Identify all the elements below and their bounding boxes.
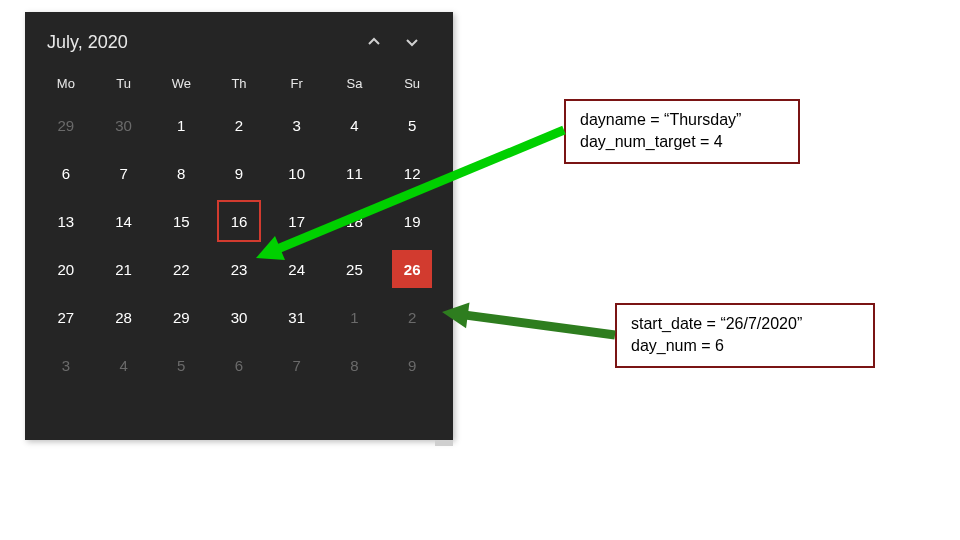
- scrollbar-hint: [435, 440, 453, 446]
- calendar-cell[interactable]: 28: [95, 293, 153, 341]
- calendar-cell[interactable]: 20: [37, 245, 95, 293]
- calendar-cell[interactable]: 26: [383, 245, 441, 293]
- calendar-dow: Th: [210, 68, 268, 101]
- calendar-day: 4: [104, 346, 144, 384]
- calendar-cell[interactable]: 18: [326, 197, 384, 245]
- calendar-day: 27: [46, 298, 86, 336]
- calendar-dow: Mo: [37, 68, 95, 101]
- calendar-day: 1: [334, 298, 374, 336]
- calendar-cell[interactable]: 8: [326, 341, 384, 389]
- calendar-dow: Sa: [326, 68, 384, 101]
- calendar-day: 30: [219, 298, 259, 336]
- calendar-day: 29: [161, 298, 201, 336]
- calendar-cell[interactable]: 2: [210, 101, 268, 149]
- calendar-cell[interactable]: 7: [268, 341, 326, 389]
- calendar-cell[interactable]: 14: [95, 197, 153, 245]
- calendar-day: 17: [277, 202, 317, 240]
- calendar-day: 9: [392, 346, 432, 384]
- calendar-cell[interactable]: 8: [152, 149, 210, 197]
- calendar-day: 20: [46, 250, 86, 288]
- calendar-cell[interactable]: 4: [326, 101, 384, 149]
- calendar-cell[interactable]: 2: [383, 293, 441, 341]
- calendar-day: 4: [334, 106, 374, 144]
- calendar-day: 7: [277, 346, 317, 384]
- calendar-header: July, 2020: [25, 12, 453, 64]
- chevron-up-icon: [366, 34, 382, 50]
- calendar-day: 22: [161, 250, 201, 288]
- calendar-grid: MoTuWeThFrSaSu29301234567891011121314151…: [25, 64, 453, 401]
- calendar-cell[interactable]: 10: [268, 149, 326, 197]
- calendar-cell[interactable]: 23: [210, 245, 268, 293]
- calendar-day: 24: [277, 250, 317, 288]
- calendar-cell[interactable]: 24: [268, 245, 326, 293]
- calendar-dow: We: [152, 68, 210, 101]
- calendar-day: 13: [46, 202, 86, 240]
- calendar-cell[interactable]: 5: [152, 341, 210, 389]
- calendar-day: 2: [392, 298, 432, 336]
- calendar-cell[interactable]: 13: [37, 197, 95, 245]
- calendar-cell[interactable]: 5: [383, 101, 441, 149]
- calendar-cell[interactable]: 29: [37, 101, 95, 149]
- calendar-dow: Su: [383, 68, 441, 101]
- calendar-cell[interactable]: 12: [383, 149, 441, 197]
- annotation-line: start_date = “26/7/2020”: [631, 315, 802, 332]
- calendar-day: 14: [104, 202, 144, 240]
- calendar-cell[interactable]: 27: [37, 293, 95, 341]
- calendar-day: 6: [219, 346, 259, 384]
- calendar-day: 6: [46, 154, 86, 192]
- annotation-line: dayname = “Thursday”: [580, 111, 741, 128]
- calendar-dow: Fr: [268, 68, 326, 101]
- calendar-cell[interactable]: 11: [326, 149, 384, 197]
- calendar-cell[interactable]: 30: [210, 293, 268, 341]
- next-month-button[interactable]: [393, 26, 431, 58]
- calendar-cell[interactable]: 16: [210, 197, 268, 245]
- calendar-cell[interactable]: 1: [152, 101, 210, 149]
- calendar-cell[interactable]: 30: [95, 101, 153, 149]
- calendar-day: 9: [219, 154, 259, 192]
- calendar-cell[interactable]: 3: [37, 341, 95, 389]
- calendar-cell[interactable]: 17: [268, 197, 326, 245]
- calendar-day: 2: [219, 106, 259, 144]
- calendar-day: 16: [217, 200, 261, 242]
- calendar-dow: Tu: [95, 68, 153, 101]
- calendar-day: 3: [46, 346, 86, 384]
- calendar-day: 21: [104, 250, 144, 288]
- annotation-target-day: dayname = “Thursday” day_num_target = 4: [564, 99, 800, 164]
- calendar-cell[interactable]: 21: [95, 245, 153, 293]
- calendar-cell[interactable]: 22: [152, 245, 210, 293]
- calendar-cell[interactable]: 31: [268, 293, 326, 341]
- calendar-day: 8: [334, 346, 374, 384]
- calendar-day: 28: [104, 298, 144, 336]
- prev-month-button[interactable]: [355, 26, 393, 58]
- calendar-day: 31: [277, 298, 317, 336]
- calendar-cell[interactable]: 7: [95, 149, 153, 197]
- calendar-day: 10: [277, 154, 317, 192]
- calendar-title[interactable]: July, 2020: [47, 32, 355, 53]
- calendar-cell[interactable]: 9: [210, 149, 268, 197]
- calendar-day: 15: [161, 202, 201, 240]
- annotation-line: day_num_target = 4: [580, 133, 723, 150]
- calendar-day: 8: [161, 154, 201, 192]
- calendar-cell[interactable]: 19: [383, 197, 441, 245]
- calendar-cell[interactable]: 25: [326, 245, 384, 293]
- calendar-day: 12: [392, 154, 432, 192]
- calendar-cell[interactable]: 1: [326, 293, 384, 341]
- annotation-line: day_num = 6: [631, 337, 724, 354]
- calendar-cell[interactable]: 29: [152, 293, 210, 341]
- calendar-cell[interactable]: 9: [383, 341, 441, 389]
- calendar-day: 30: [104, 106, 144, 144]
- calendar-cell[interactable]: 3: [268, 101, 326, 149]
- calendar-cell[interactable]: 6: [210, 341, 268, 389]
- calendar-day: 29: [46, 106, 86, 144]
- calendar-cell[interactable]: 15: [152, 197, 210, 245]
- calendar-cell[interactable]: 4: [95, 341, 153, 389]
- svg-line-2: [456, 314, 615, 335]
- calendar-day: 26: [392, 250, 432, 288]
- calendar-widget: July, 2020 MoTuWeThFrSaSu293012345678910…: [25, 12, 453, 440]
- calendar-cell[interactable]: 6: [37, 149, 95, 197]
- calendar-day: 5: [392, 106, 432, 144]
- calendar-day: 18: [334, 202, 374, 240]
- calendar-day: 7: [104, 154, 144, 192]
- calendar-day: 23: [219, 250, 259, 288]
- calendar-day: 5: [161, 346, 201, 384]
